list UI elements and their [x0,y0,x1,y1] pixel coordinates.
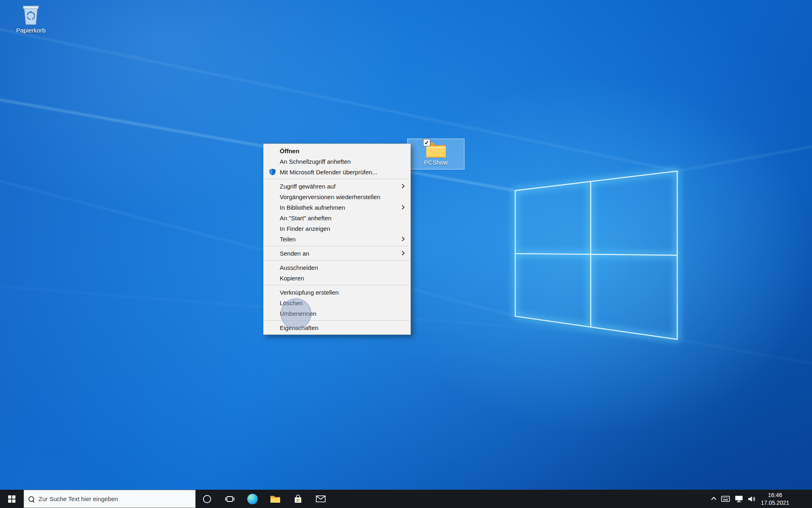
file-explorer-button[interactable] [264,490,287,508]
menu-item-verknuepfung[interactable]: Verknüpfung erstellen [263,287,410,297]
menu-item-label: An "Start" anheften [280,215,331,221]
menu-item-kopieren[interactable]: Kopieren [263,273,410,283]
menu-separator [264,260,410,261]
defender-icon [269,168,276,176]
recycle-bin[interactable]: Papierkorb [12,3,50,38]
mail-button[interactable] [309,490,332,508]
click-indicator [281,298,311,329]
menu-separator [264,246,410,246]
volume-icon [748,496,756,502]
menu-item-label: Zugriff gewähren auf [280,183,335,190]
menu-item-label: Öffnen [280,148,299,154]
touch-keyboard-button[interactable] [721,490,730,508]
mail-icon [316,495,326,502]
menu-item-zugriff-gewaehren[interactable]: Zugriff gewähren auf [263,181,410,191]
start-button[interactable] [0,490,24,508]
menu-item-label: Kopieren [280,275,304,282]
tray-chevron-up-button[interactable] [713,490,716,508]
folder-checkbox[interactable]: ✓ [423,139,430,146]
task-view-button[interactable] [218,490,241,508]
submenu-chevron-icon [400,184,404,188]
search-input[interactable] [39,495,191,502]
menu-item-start-anheften[interactable]: An "Start" anheften [263,213,410,223]
menu-item-schnellzugriff[interactable]: An Schnellzugriff anheften [263,156,410,167]
menu-item-senden-an[interactable]: Senden an [263,248,410,258]
menu-item-teilen[interactable]: Teilen [263,234,410,244]
menu-item-vorgaengerversionen[interactable]: Vorgängerversionen wiederherstellen [263,191,410,202]
menu-item-label: In Finder anzeigen [280,225,330,232]
menu-item-ausschneiden[interactable]: Ausschneiden [263,262,410,273]
edge-button[interactable] [241,490,264,508]
file-explorer-icon [270,495,281,503]
menu-item-label: Vorgängerversionen wiederherstellen [280,193,380,200]
menu-item-defender-scan[interactable]: Mit Microsoft Defender überprüfen... [263,167,410,177]
submenu-chevron-icon [400,251,404,255]
chevron-up-icon [711,497,717,502]
desktop-folder-pcshow[interactable]: ✓ PCShow [407,139,464,169]
menu-item-oeffnen[interactable]: Öffnen [263,145,410,156]
menu-item-label: An Schnellzugriff anheften [280,158,351,165]
system-tray: 16:46 17.05.2021 [713,490,812,508]
touch-keyboard-icon [721,496,730,502]
recycle-bin-label: Papierkorb [12,27,50,34]
clock-date: 17.05.2021 [761,499,789,507]
recycle-bin-icon [21,3,41,26]
clock-time: 16:46 [761,491,789,499]
taskbar-clock[interactable]: 16:46 17.05.2021 [761,491,789,507]
menu-item-bibliothek[interactable]: In Bibliothek aufnehmen [263,202,410,213]
menu-item-finder-anzeigen[interactable]: In Finder anzeigen [263,223,410,234]
folder-label: PCShow [408,159,464,166]
store-icon [294,495,302,504]
menu-item-label: In Bibliothek aufnehmen [280,204,345,211]
menu-item-label: Teilen [280,236,296,243]
submenu-chevron-icon [400,205,404,209]
menu-item-label: Mit Microsoft Defender überprüfen... [280,169,377,176]
windows-logo-icon [8,495,15,503]
menu-item-label: Senden an [280,250,309,257]
task-view-icon [225,495,235,504]
network-icon [735,495,743,502]
taskbar-search[interactable] [24,490,196,508]
cortana-button[interactable] [196,490,218,508]
menu-separator [264,285,410,285]
taskbar: 16:46 17.05.2021 [0,490,812,508]
search-icon [28,496,35,502]
menu-item-label: Ausschneiden [280,264,318,271]
store-button[interactable] [287,490,309,508]
menu-item-label: Verknüpfung erstellen [280,289,339,296]
edge-icon [247,494,258,504]
desktop: Papierkorb ✓ PCShow Öffnen An Schnellzug… [0,0,812,508]
submenu-chevron-icon [400,237,404,241]
volume-button[interactable] [748,490,756,508]
cortana-icon [203,495,211,503]
menu-separator [264,179,410,179]
network-button[interactable] [735,490,743,508]
